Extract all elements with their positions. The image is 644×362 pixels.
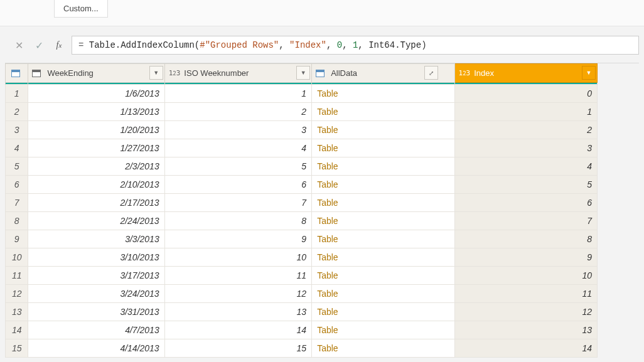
cell-alldata-table-link[interactable]: Table [312, 303, 454, 321]
cell-alldata-table-link[interactable]: Table [312, 230, 454, 248]
cell-index[interactable]: 13 [454, 321, 597, 339]
table-row[interactable]: 41/27/20134Table3 [6, 139, 598, 157]
cell-index[interactable]: 1 [454, 103, 597, 121]
column-header-alldata[interactable]: AllData ⤢ [312, 64, 454, 83]
cell-alldata-table-link[interactable]: Table [312, 139, 454, 157]
cell-iso-weeknumber[interactable]: 10 [164, 248, 311, 267]
cell-iso-weeknumber[interactable]: 2 [164, 103, 311, 121]
table-row[interactable]: 21/13/20132Table1 [6, 103, 598, 121]
cell-index[interactable]: 6 [454, 194, 597, 212]
cell-iso-weeknumber[interactable]: 1 [164, 85, 311, 103]
cell-alldata-table-link[interactable]: Table [312, 339, 454, 358]
row-number[interactable]: 1 [6, 85, 28, 103]
row-number[interactable]: 7 [6, 194, 28, 212]
cell-iso-weeknumber[interactable]: 13 [164, 303, 311, 321]
cell-weekending[interactable]: 2/10/2013 [28, 176, 164, 194]
cell-iso-weeknumber[interactable]: 9 [164, 230, 311, 248]
row-number[interactable]: 3 [6, 121, 28, 139]
cell-iso-weeknumber[interactable]: 3 [164, 121, 311, 139]
cell-index[interactable]: 5 [454, 176, 597, 194]
cell-index[interactable]: 14 [454, 339, 597, 358]
cell-alldata-table-link[interactable]: Table [312, 267, 454, 285]
row-number[interactable]: 2 [6, 103, 28, 121]
cell-index[interactable]: 8 [454, 230, 597, 248]
row-number[interactable]: 8 [6, 212, 28, 230]
cell-weekending[interactable]: 3/3/2013 [28, 230, 164, 248]
cell-alldata-table-link[interactable]: Table [312, 103, 454, 121]
cancel-button[interactable]: ✕ [9, 36, 29, 54]
column-header-weekending[interactable]: WeekEnding ▼ [28, 64, 164, 83]
cell-index[interactable]: 0 [454, 85, 597, 103]
cell-weekending[interactable]: 3/10/2013 [28, 248, 164, 267]
cell-iso-weeknumber[interactable]: 5 [164, 157, 311, 176]
row-number[interactable]: 5 [6, 157, 28, 176]
cell-alldata-table-link[interactable]: Table [312, 321, 454, 339]
table-row[interactable]: 52/3/20135Table4 [6, 157, 598, 176]
table-row[interactable]: 31/20/20133Table2 [6, 121, 598, 139]
table-row[interactable]: 11/6/20131Table0 [6, 85, 598, 103]
row-number[interactable]: 9 [6, 230, 28, 248]
table-row[interactable]: 123/24/201312Table11 [6, 285, 598, 303]
column-filter-button[interactable]: ▼ [149, 66, 163, 80]
cell-alldata-table-link[interactable]: Table [312, 157, 454, 176]
cell-weekending[interactable]: 2/17/2013 [28, 194, 164, 212]
cell-iso-weeknumber[interactable]: 15 [164, 339, 311, 358]
cell-index[interactable]: 9 [454, 248, 597, 267]
row-number[interactable]: 13 [6, 303, 28, 321]
cell-weekending[interactable]: 4/14/2013 [28, 339, 164, 358]
table-row[interactable]: 93/3/20139Table8 [6, 230, 598, 248]
cell-iso-weeknumber[interactable]: 14 [164, 321, 311, 339]
cell-weekending[interactable]: 2/24/2013 [28, 212, 164, 230]
table-row[interactable]: 62/10/20136Table5 [6, 176, 598, 194]
row-number[interactable]: 15 [6, 339, 28, 358]
table-row[interactable]: 133/31/201313Table12 [6, 303, 598, 321]
row-number[interactable]: 10 [6, 248, 28, 267]
cell-index[interactable]: 2 [454, 121, 597, 139]
table-row[interactable]: 103/10/201310Table9 [6, 248, 598, 267]
row-number[interactable]: 14 [6, 321, 28, 339]
cell-index[interactable]: 7 [454, 212, 597, 230]
column-header-iso-weeknumber[interactable]: 123 ISO Weeknumber ▼ [164, 64, 311, 83]
table-row[interactable]: 113/17/201311Table10 [6, 267, 598, 285]
cell-iso-weeknumber[interactable]: 8 [164, 212, 311, 230]
cell-iso-weeknumber[interactable]: 4 [164, 139, 311, 157]
fx-button[interactable]: fx [49, 36, 69, 54]
cell-alldata-table-link[interactable]: Table [312, 176, 454, 194]
table-row[interactable]: 154/14/201315Table14 [6, 339, 598, 358]
column-filter-button[interactable]: ▼ [582, 66, 596, 80]
cell-iso-weeknumber[interactable]: 6 [164, 176, 311, 194]
cell-weekending[interactable]: 3/17/2013 [28, 267, 164, 285]
cell-alldata-table-link[interactable]: Table [312, 85, 454, 103]
row-number[interactable]: 11 [6, 267, 28, 285]
cell-weekending[interactable]: 1/13/2013 [28, 103, 164, 121]
cell-iso-weeknumber[interactable]: 7 [164, 194, 311, 212]
cell-weekending[interactable]: 1/27/2013 [28, 139, 164, 157]
expand-column-button[interactable]: ⤢ [424, 66, 438, 80]
cell-iso-weeknumber[interactable]: 12 [164, 285, 311, 303]
cell-index[interactable]: 4 [454, 157, 597, 176]
commit-button[interactable]: ✓ [29, 36, 49, 54]
table-row[interactable]: 144/7/201314Table13 [6, 321, 598, 339]
table-row[interactable]: 72/17/20137Table6 [6, 194, 598, 212]
table-row[interactable]: 82/24/20138Table7 [6, 212, 598, 230]
cell-iso-weeknumber[interactable]: 11 [164, 267, 311, 285]
cell-weekending[interactable]: 3/24/2013 [28, 285, 164, 303]
cell-weekending[interactable]: 4/7/2013 [28, 321, 164, 339]
cell-weekending[interactable]: 1/6/2013 [28, 85, 164, 103]
cell-weekending[interactable]: 2/3/2013 [28, 157, 164, 176]
cell-alldata-table-link[interactable]: Table [312, 248, 454, 267]
cell-index[interactable]: 12 [454, 303, 597, 321]
cell-weekending[interactable]: 1/20/2013 [28, 121, 164, 139]
row-number[interactable]: 4 [6, 139, 28, 157]
cell-alldata-table-link[interactable]: Table [312, 285, 454, 303]
select-all-corner[interactable] [6, 64, 28, 83]
column-filter-button[interactable]: ▼ [296, 66, 310, 80]
cell-alldata-table-link[interactable]: Table [312, 194, 454, 212]
column-header-index-selected[interactable]: 123 Index ▼ [454, 64, 597, 83]
cell-index[interactable]: 10 [454, 267, 597, 285]
row-number[interactable]: 12 [6, 285, 28, 303]
cell-index[interactable]: 3 [454, 139, 597, 157]
cell-index[interactable]: 11 [454, 285, 597, 303]
ribbon-button-custom[interactable]: Custom... [54, 0, 108, 18]
cell-alldata-table-link[interactable]: Table [312, 212, 454, 230]
